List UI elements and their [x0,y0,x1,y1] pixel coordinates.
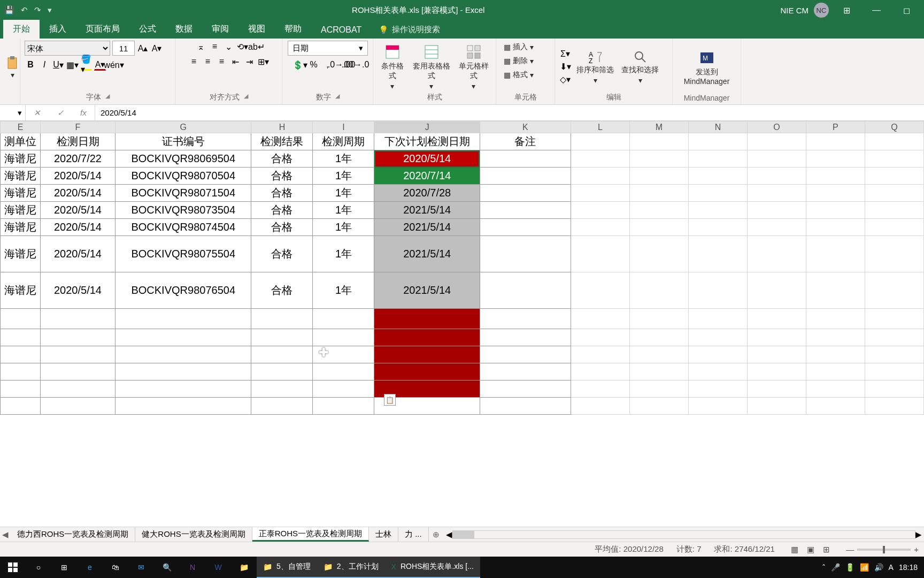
cell[interactable] [629,346,688,363]
cell[interactable]: 海谱尼 [1,150,41,168]
merge-icon[interactable]: ⊞▾ [258,56,270,67]
cell[interactable] [41,329,116,346]
cell[interactable] [116,381,251,398]
font-size-input[interactable] [112,41,135,56]
cell[interactable] [747,219,806,236]
cell[interactable]: 海谱尼 [1,168,41,185]
header-cell[interactable] [571,133,629,150]
cell[interactable] [688,236,747,272]
cell[interactable] [480,309,571,329]
align-center-icon[interactable]: ≡ [202,56,214,67]
cell[interactable] [480,185,571,202]
cell[interactable] [251,309,313,329]
sheet-tab[interactable]: 德力西ROHS一览表及检测周期 [11,527,135,542]
dialog-launcher-icon[interactable]: ◢ [244,93,248,102]
cell[interactable]: BOCKIVQR98071504 [116,185,251,202]
header-cell[interactable]: 检测周期 [313,133,374,150]
cell[interactable] [806,346,865,363]
col-header-O[interactable]: O [747,121,806,133]
redo-icon[interactable]: ↷ [34,5,41,15]
cell[interactable] [480,168,571,185]
cell[interactable]: 2020/5/14 [41,272,116,309]
cell[interactable] [571,381,629,398]
taskbar-excel[interactable]: X ROHS相关表单.xls [... [385,557,480,578]
tray-ime-icon[interactable]: A [889,563,894,572]
cell[interactable] [1,398,41,415]
tab-公式[interactable]: 公式 [129,20,166,39]
paste-options-icon[interactable]: 📋 [384,394,396,406]
cell[interactable] [688,272,747,309]
cell[interactable] [251,381,313,398]
cell[interactable] [865,150,923,168]
dec-decimal-icon[interactable]: .00→.0 [350,59,361,71]
cell[interactable]: BOCKIVQR98074504 [116,219,251,236]
tab-视图[interactable]: 视图 [238,20,275,39]
cell[interactable] [688,168,747,185]
cell[interactable] [865,346,923,363]
cell[interactable] [806,168,865,185]
cell[interactable] [747,381,806,398]
cell[interactable] [480,236,571,272]
cell[interactable]: 2020/7/14 [374,168,480,185]
cell[interactable] [629,398,688,415]
cell[interactable] [865,398,923,415]
number-format-select[interactable]: 日期▾ [288,41,368,56]
cell[interactable] [629,309,688,329]
cell[interactable]: 合格 [251,150,313,168]
cell[interactable] [41,309,116,329]
indent-dec-icon[interactable]: ⇤ [230,56,242,67]
cell[interactable] [865,168,923,185]
cell[interactable] [571,236,629,272]
tab-ACROBAT[interactable]: ACROBAT [311,21,371,39]
cell[interactable] [865,185,923,202]
cell[interactable] [571,363,629,381]
cell[interactable] [480,346,571,363]
col-header-G[interactable]: G [116,121,251,133]
cell[interactable]: 2021/5/14 [374,236,480,272]
cell[interactable] [806,398,865,415]
cell[interactable] [251,363,313,381]
cell[interactable] [1,363,41,381]
header-cell[interactable] [747,133,806,150]
cell[interactable] [1,329,41,346]
cell[interactable] [688,185,747,202]
cell[interactable]: BOCKIVQR98073504 [116,202,251,219]
cell[interactable] [688,381,747,398]
start-button[interactable] [0,557,26,578]
cell[interactable] [480,398,571,415]
cell[interactable] [571,329,629,346]
cell[interactable] [747,398,806,415]
zoom-control[interactable]: — + [846,545,919,554]
cell[interactable] [480,363,571,381]
cell[interactable] [571,346,629,363]
cell[interactable] [629,202,688,219]
tray-mic-icon[interactable]: 🎤 [831,563,840,572]
view-normal-icon[interactable]: ▦ [788,545,802,554]
cell[interactable] [806,272,865,309]
view-layout-icon[interactable]: ▣ [804,545,818,554]
clear-icon[interactable]: ◇▾ [559,74,571,86]
currency-icon[interactable]: 💲▾ [294,59,306,71]
align-bot-icon[interactable]: ⌄ [223,41,235,52]
cell[interactable] [747,150,806,168]
cell[interactable] [313,381,374,398]
cell[interactable]: 合格 [251,272,313,309]
mail-icon[interactable]: ✉ [128,557,154,578]
cell[interactable] [629,272,688,309]
cell[interactable]: 合格 [251,236,313,272]
cell[interactable] [747,168,806,185]
cell-styles-button[interactable]: 单元格样式▾ [456,42,491,92]
cell[interactable] [571,202,629,219]
cell[interactable] [806,309,865,329]
cell[interactable] [747,329,806,346]
cell[interactable] [41,363,116,381]
col-header-J[interactable]: J [374,121,480,133]
onenote-icon[interactable]: N [180,557,205,578]
cell[interactable] [688,219,747,236]
add-sheet-icon[interactable]: ⊕ [429,527,444,542]
cell[interactable]: 2021/5/14 [374,202,480,219]
cell[interactable] [688,150,747,168]
cell[interactable] [747,202,806,219]
border-icon[interactable]: ▦▾ [66,59,78,71]
cell[interactable] [747,309,806,329]
